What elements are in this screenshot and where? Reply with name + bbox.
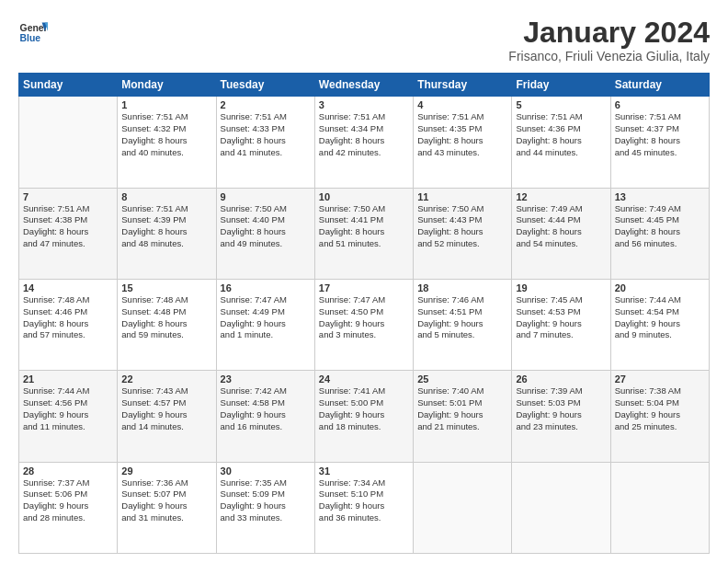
calendar-cell: 27Sunrise: 7:38 AM Sunset: 5:04 PM Dayli… [610, 371, 709, 462]
day-info: Sunrise: 7:49 AM Sunset: 4:44 PM Dayligh… [516, 203, 606, 250]
day-number: 1 [121, 99, 211, 110]
calendar-cell [610, 462, 709, 553]
calendar-cell: 30Sunrise: 7:35 AM Sunset: 5:09 PM Dayli… [216, 462, 314, 553]
calendar-cell: 18Sunrise: 7:46 AM Sunset: 4:51 PM Dayli… [414, 279, 512, 370]
day-info: Sunrise: 7:40 AM Sunset: 5:01 PM Dayligh… [417, 385, 507, 432]
day-number: 20 [615, 282, 705, 293]
calendar-cell: 15Sunrise: 7:48 AM Sunset: 4:48 PM Dayli… [118, 279, 216, 370]
week-row-5: 28Sunrise: 7:37 AM Sunset: 5:06 PM Dayli… [19, 462, 710, 553]
day-info: Sunrise: 7:51 AM Sunset: 4:33 PM Dayligh… [221, 111, 311, 158]
day-info: Sunrise: 7:46 AM Sunset: 4:51 PM Dayligh… [417, 294, 507, 341]
calendar-cell: 11Sunrise: 7:50 AM Sunset: 4:43 PM Dayli… [414, 188, 512, 279]
calendar-cell: 13Sunrise: 7:49 AM Sunset: 4:45 PM Dayli… [610, 188, 709, 279]
day-number: 17 [319, 282, 409, 293]
day-number: 22 [121, 373, 211, 385]
day-number: 21 [23, 373, 113, 385]
day-info: Sunrise: 7:49 AM Sunset: 4:45 PM Dayligh… [615, 203, 705, 250]
calendar-cell: 16Sunrise: 7:47 AM Sunset: 4:49 PM Dayli… [216, 279, 314, 370]
day-info: Sunrise: 7:48 AM Sunset: 4:48 PM Dayligh… [121, 294, 211, 341]
day-number: 24 [319, 373, 409, 385]
calendar-cell: 12Sunrise: 7:49 AM Sunset: 4:44 PM Dayli… [512, 188, 610, 279]
day-number: 19 [516, 282, 606, 293]
day-number: 31 [319, 465, 409, 477]
day-info: Sunrise: 7:50 AM Sunset: 4:40 PM Dayligh… [221, 203, 311, 250]
weekday-header-monday: Monday [118, 74, 216, 97]
title-block: January 2024 Frisanco, Friuli Venezia Gi… [508, 17, 710, 63]
calendar-cell [19, 97, 118, 188]
day-info: Sunrise: 7:39 AM Sunset: 5:03 PM Dayligh… [516, 385, 606, 432]
day-number: 30 [221, 465, 311, 477]
weekday-header-sunday: Sunday [19, 74, 118, 97]
day-number: 7 [23, 191, 113, 202]
day-info: Sunrise: 7:51 AM Sunset: 4:35 PM Dayligh… [417, 111, 507, 158]
header: General Blue January 2024 Frisanco, Friu… [18, 17, 710, 63]
day-number: 10 [319, 191, 409, 202]
day-info: Sunrise: 7:38 AM Sunset: 5:04 PM Dayligh… [615, 385, 705, 432]
calendar-cell: 28Sunrise: 7:37 AM Sunset: 5:06 PM Dayli… [19, 462, 118, 553]
day-info: Sunrise: 7:41 AM Sunset: 5:00 PM Dayligh… [319, 385, 409, 432]
day-info: Sunrise: 7:51 AM Sunset: 4:39 PM Dayligh… [121, 203, 211, 250]
calendar-cell: 10Sunrise: 7:50 AM Sunset: 4:41 PM Dayli… [314, 188, 413, 279]
logo: General Blue [18, 17, 50, 46]
day-number: 27 [615, 373, 705, 385]
calendar-cell: 17Sunrise: 7:47 AM Sunset: 4:50 PM Dayli… [314, 279, 413, 370]
weekday-header-saturday: Saturday [610, 74, 709, 97]
day-number: 14 [23, 282, 113, 293]
calendar-table: SundayMondayTuesdayWednesdayThursdayFrid… [18, 73, 710, 554]
day-number: 16 [221, 282, 311, 293]
calendar-cell: 21Sunrise: 7:44 AM Sunset: 4:56 PM Dayli… [19, 371, 118, 462]
day-number: 26 [516, 373, 606, 385]
day-info: Sunrise: 7:51 AM Sunset: 4:34 PM Dayligh… [319, 111, 409, 158]
general-blue-icon: General Blue [18, 17, 48, 46]
day-info: Sunrise: 7:37 AM Sunset: 5:06 PM Dayligh… [23, 477, 113, 524]
calendar-cell: 26Sunrise: 7:39 AM Sunset: 5:03 PM Dayli… [512, 371, 610, 462]
day-number: 5 [516, 99, 606, 110]
week-row-1: 1Sunrise: 7:51 AM Sunset: 4:32 PM Daylig… [19, 97, 710, 188]
calendar-cell: 19Sunrise: 7:45 AM Sunset: 4:53 PM Dayli… [512, 279, 610, 370]
day-info: Sunrise: 7:51 AM Sunset: 4:38 PM Dayligh… [23, 203, 113, 250]
day-info: Sunrise: 7:44 AM Sunset: 4:56 PM Dayligh… [23, 385, 113, 432]
weekday-header-friday: Friday [512, 74, 610, 97]
calendar-cell: 23Sunrise: 7:42 AM Sunset: 4:58 PM Dayli… [216, 371, 314, 462]
day-info: Sunrise: 7:50 AM Sunset: 4:41 PM Dayligh… [319, 203, 409, 250]
day-info: Sunrise: 7:47 AM Sunset: 4:50 PM Dayligh… [319, 294, 409, 341]
day-number: 11 [417, 191, 507, 202]
day-info: Sunrise: 7:47 AM Sunset: 4:49 PM Dayligh… [221, 294, 311, 341]
week-row-3: 14Sunrise: 7:48 AM Sunset: 4:46 PM Dayli… [19, 279, 710, 370]
day-number: 12 [516, 191, 606, 202]
calendar-cell: 4Sunrise: 7:51 AM Sunset: 4:35 PM Daylig… [414, 97, 512, 188]
day-info: Sunrise: 7:51 AM Sunset: 4:32 PM Dayligh… [121, 111, 211, 158]
calendar-cell: 20Sunrise: 7:44 AM Sunset: 4:54 PM Dayli… [610, 279, 709, 370]
calendar-cell: 7Sunrise: 7:51 AM Sunset: 4:38 PM Daylig… [19, 188, 118, 279]
calendar-cell: 14Sunrise: 7:48 AM Sunset: 4:46 PM Dayli… [19, 279, 118, 370]
page-title: January 2024 [508, 17, 710, 49]
day-number: 18 [417, 282, 507, 293]
day-info: Sunrise: 7:42 AM Sunset: 4:58 PM Dayligh… [221, 385, 311, 432]
weekday-header-wednesday: Wednesday [314, 74, 413, 97]
day-info: Sunrise: 7:44 AM Sunset: 4:54 PM Dayligh… [615, 294, 705, 341]
day-number: 3 [319, 99, 409, 110]
day-number: 23 [221, 373, 311, 385]
week-row-4: 21Sunrise: 7:44 AM Sunset: 4:56 PM Dayli… [19, 371, 710, 462]
day-info: Sunrise: 7:36 AM Sunset: 5:07 PM Dayligh… [121, 477, 211, 524]
calendar-cell: 3Sunrise: 7:51 AM Sunset: 4:34 PM Daylig… [314, 97, 413, 188]
weekday-header-thursday: Thursday [414, 74, 512, 97]
day-number: 4 [417, 99, 507, 110]
svg-text:Blue: Blue [20, 33, 41, 43]
page-subtitle: Frisanco, Friuli Venezia Giulia, Italy [508, 49, 710, 63]
day-number: 28 [23, 465, 113, 477]
day-number: 2 [221, 99, 311, 110]
calendar-cell: 24Sunrise: 7:41 AM Sunset: 5:00 PM Dayli… [314, 371, 413, 462]
day-number: 9 [221, 191, 311, 202]
day-info: Sunrise: 7:48 AM Sunset: 4:46 PM Dayligh… [23, 294, 113, 341]
day-number: 29 [121, 465, 211, 477]
page: General Blue January 2024 Frisanco, Friu… [0, 0, 728, 563]
day-info: Sunrise: 7:34 AM Sunset: 5:10 PM Dayligh… [319, 477, 409, 524]
calendar-cell: 22Sunrise: 7:43 AM Sunset: 4:57 PM Dayli… [118, 371, 216, 462]
day-info: Sunrise: 7:35 AM Sunset: 5:09 PM Dayligh… [221, 477, 311, 524]
weekday-header-row: SundayMondayTuesdayWednesdayThursdayFrid… [19, 74, 710, 97]
calendar-cell [414, 462, 512, 553]
calendar-cell: 8Sunrise: 7:51 AM Sunset: 4:39 PM Daylig… [118, 188, 216, 279]
day-number: 25 [417, 373, 507, 385]
day-info: Sunrise: 7:45 AM Sunset: 4:53 PM Dayligh… [516, 294, 606, 341]
